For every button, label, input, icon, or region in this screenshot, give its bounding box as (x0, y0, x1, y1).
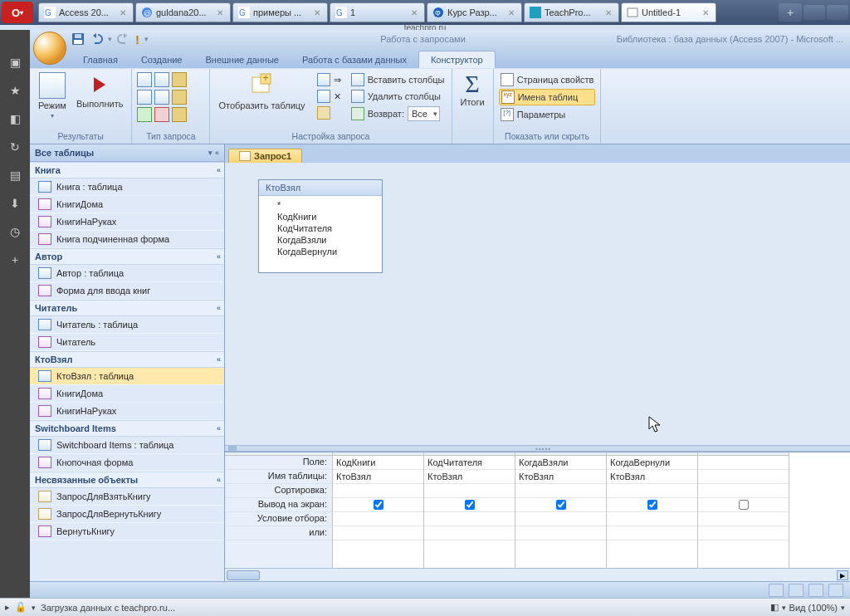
nav-item[interactable]: ВернутьКнигу (30, 523, 224, 540)
qbe-column[interactable] (698, 452, 789, 568)
panel-star-icon[interactable]: ★ (7, 83, 22, 98)
browser-tab[interactable]: Untitled-1✕ (621, 2, 716, 22)
qbe-column[interactable]: КодКнигиКтоВзял (333, 452, 424, 568)
qbe-or-cell[interactable] (424, 526, 515, 540)
nav-item[interactable]: ЗапросДляВзятьКнигу (30, 488, 224, 506)
qbe-show-cell[interactable] (515, 498, 606, 512)
tab-external[interactable]: Внешние данные (194, 51, 291, 68)
nav-item[interactable]: Switchboard Items : таблица (30, 437, 224, 454)
insert-columns-button[interactable]: Вставить столбцы (349, 72, 447, 87)
nav-item[interactable]: Кнопочная форма (30, 454, 224, 472)
run-button[interactable]: Выполнить (73, 71, 126, 110)
parameters-button[interactable]: [?]Параметры (499, 107, 596, 122)
horizontal-scrollbar[interactable]: ▶ (225, 568, 850, 581)
qbe-criteria-cell[interactable] (698, 512, 789, 526)
close-icon[interactable]: ✕ (120, 8, 128, 17)
show-checkbox[interactable] (739, 500, 749, 510)
nav-group-header[interactable]: КтоВзял« (30, 351, 224, 368)
field-item[interactable]: * (259, 199, 382, 211)
table-fieldlist[interactable]: КтоВзял *КодКнигиКодЧитателяКогдаВзялиКо… (258, 179, 383, 273)
panel-widgets-icon[interactable]: ◧ (7, 111, 22, 126)
view-design-icon[interactable] (769, 584, 784, 597)
close-icon[interactable]: ✕ (217, 8, 225, 17)
query-type-icons[interactable] (137, 71, 204, 124)
tab-home[interactable]: Главная (71, 51, 129, 68)
undo-icon[interactable] (90, 32, 103, 46)
qbe-or-cell[interactable] (515, 526, 606, 540)
view-button[interactable]: Режим ▾ (35, 71, 70, 121)
nav-group-header[interactable]: Читатель« (30, 300, 224, 316)
qbe-show-cell[interactable] (333, 498, 423, 512)
browser-tab[interactable]: G1✕ (330, 2, 425, 22)
qbe-table-cell[interactable] (698, 470, 789, 484)
warning-icon[interactable]: ! (135, 32, 139, 46)
qbe-field-cell[interactable]: КодКниги (333, 456, 423, 470)
opera-menu-button[interactable]: O▾ (2, 2, 33, 23)
panel-downloads-icon[interactable]: ⬇ (7, 196, 22, 211)
panel-bookmarks-icon[interactable]: ▣ (7, 55, 22, 70)
browser-tab[interactable]: @guldana20...✕ (135, 2, 231, 22)
save-icon[interactable] (71, 32, 85, 46)
nav-item[interactable]: Читатель : таблица (30, 316, 224, 334)
office-button[interactable] (33, 32, 66, 65)
nav-item[interactable]: КнигиНаРуках (30, 403, 224, 420)
zoom-label[interactable]: Вид (100%) (789, 603, 838, 613)
close-icon[interactable]: ✕ (702, 8, 711, 17)
qbe-field-cell[interactable]: КодЧитателя (424, 456, 515, 470)
qbe-or-cell[interactable] (607, 526, 697, 540)
nav-item[interactable]: Книга : таблица (30, 178, 224, 196)
show-checkbox[interactable] (556, 500, 566, 510)
new-tab-button[interactable]: + (779, 3, 802, 22)
show-checkbox[interactable] (647, 500, 657, 510)
tab-create[interactable]: Создание (129, 51, 194, 68)
qbe-criteria-cell[interactable] (607, 512, 697, 526)
field-item[interactable]: КогдаВернули (259, 246, 382, 257)
tab-design[interactable]: Конструктор (418, 51, 496, 68)
field-item[interactable]: КодКниги (259, 211, 382, 222)
query-tab[interactable]: Запрос1 (228, 149, 302, 163)
panel-notes-icon[interactable]: ▤ (7, 168, 22, 183)
qbe-sort-cell[interactable] (698, 484, 789, 498)
builder-button[interactable] (315, 105, 343, 120)
qbe-sort-cell[interactable] (515, 484, 606, 498)
view-datasheet-icon[interactable] (808, 584, 823, 597)
qbe-sort-cell[interactable] (424, 484, 515, 498)
redo-icon[interactable] (117, 32, 130, 46)
qbe-show-cell[interactable] (607, 498, 697, 512)
nav-item[interactable]: Форма для ввода книг (30, 282, 224, 300)
nav-item[interactable]: Читатель (30, 334, 224, 351)
qbe-table-cell[interactable]: КтоВзял (333, 470, 423, 484)
qbe-show-cell[interactable] (424, 498, 515, 512)
view-pivot-icon[interactable] (828, 584, 843, 597)
show-checkbox[interactable] (374, 500, 383, 510)
close-icon[interactable]: ✕ (314, 8, 322, 17)
nav-item[interactable]: КтоВзял : таблица (30, 368, 224, 385)
design-canvas[interactable]: КтоВзял *КодКнигиКодЧитателяКогдаВзялиКо… (225, 163, 850, 445)
nav-item[interactable]: Автор : таблица (30, 265, 224, 282)
view-sql-icon[interactable] (789, 584, 804, 597)
qbe-criteria-cell[interactable] (515, 512, 606, 526)
qbe-field-cell[interactable]: КогдаВзяли (515, 456, 606, 470)
return-combo[interactable]: Возврат: Все (349, 105, 447, 122)
qbe-grid[interactable]: Поле: Имя таблицы: Сортировка: Вывод на … (225, 452, 850, 568)
nav-item[interactable]: КнигиНаРуках (30, 213, 224, 231)
qbe-criteria-cell[interactable] (424, 512, 515, 526)
browser-tab[interactable]: Gпримеры ...✕ (232, 2, 328, 22)
nav-group-header[interactable]: Книга« (30, 162, 224, 178)
tab-dbtools[interactable]: Работа с базами данных (291, 51, 418, 68)
browser-tab[interactable]: GAccess 20...✕ (38, 2, 134, 22)
nav-group-header[interactable]: Switchboard Items« (30, 420, 224, 437)
qbe-sort-cell[interactable] (607, 484, 697, 498)
qbe-column[interactable]: КогдаВернулиКтоВзял (607, 452, 698, 568)
show-checkbox[interactable] (465, 500, 475, 510)
nav-item[interactable]: Книга подчиненная форма (30, 231, 224, 248)
qbe-column[interactable]: КодЧитателяКтоВзял (424, 452, 515, 568)
panel-sync-icon[interactable]: ↻ (7, 139, 22, 154)
qbe-sort-cell[interactable] (333, 484, 423, 498)
window-minimize[interactable] (804, 5, 825, 20)
qbe-show-cell[interactable] (698, 498, 789, 512)
nav-header[interactable]: Все таблицы▾ « (30, 144, 224, 162)
qbe-table-cell[interactable]: КтоВзял (515, 470, 606, 484)
totals-button[interactable]: Σ Итоги (457, 71, 488, 109)
browser-tab[interactable]: ФКурс Разр...✕ (427, 2, 522, 22)
